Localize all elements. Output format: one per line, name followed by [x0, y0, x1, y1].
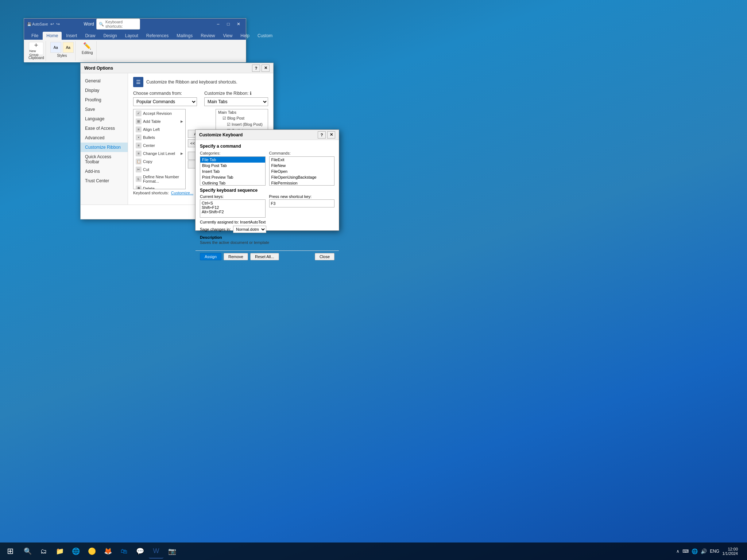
- sidebar-item-proofing[interactable]: Proofing: [81, 95, 128, 105]
- cmd-bullets[interactable]: •Bullets: [133, 133, 185, 141]
- ck-body: Specify a command Categories: File Tab B…: [196, 140, 339, 250]
- tree-blog-post[interactable]: ☑ Blog Post: [216, 115, 268, 121]
- sidebar-item-display[interactable]: Display: [81, 86, 128, 95]
- reset-all-button[interactable]: Reset All...: [250, 253, 279, 260]
- ck-remove-button[interactable]: Remove: [224, 253, 248, 260]
- search-bar[interactable]: 🔍 Keyboard shortcuts:: [96, 19, 140, 30]
- search-taskbar-icon[interactable]: 🔍: [20, 544, 35, 559]
- styles-alt-button[interactable]: Aa: [63, 42, 74, 53]
- cmd-change-list-level[interactable]: ≡Change List Level: [133, 149, 185, 158]
- ck-cat-outlining[interactable]: Outlining Tab: [200, 180, 265, 186]
- mail-taskbar-icon[interactable]: 💬: [133, 544, 147, 559]
- ck-cat-blog-post[interactable]: Blog Post Tab: [200, 163, 265, 168]
- cmd-align-left[interactable]: ≡Align Left: [133, 125, 185, 133]
- start-button[interactable]: ⊞: [3, 544, 18, 559]
- ck-cmd-filenew[interactable]: FileNew: [270, 163, 334, 168]
- edge-taskbar-icon[interactable]: 🌐: [69, 544, 83, 559]
- ck-current-keys-input[interactable]: Ctrl+S Shift+F12 Alt+Shift+F2: [200, 199, 266, 218]
- tab-help[interactable]: Help: [237, 32, 253, 40]
- camera-taskbar-icon[interactable]: 📷: [165, 544, 179, 559]
- sidebar-item-general[interactable]: General: [81, 76, 128, 86]
- sidebar-item-language[interactable]: Language: [81, 114, 128, 124]
- tab-references[interactable]: References: [143, 32, 172, 40]
- editing-icon[interactable]: ✏️: [83, 42, 91, 50]
- ck-commands-list[interactable]: FileExit FileNew FileOpen FileOpenUsingB…: [269, 156, 335, 186]
- ck-close-button[interactable]: Close: [315, 253, 334, 260]
- firefox-taskbar-icon[interactable]: 🦊: [101, 544, 115, 559]
- chrome-taskbar-icon[interactable]: 🟡: [85, 544, 99, 559]
- customize-ribbon-select[interactable]: Main Tabs: [204, 97, 268, 106]
- maximize-button[interactable]: □: [224, 20, 233, 28]
- tab-mailings[interactable]: Mailings: [173, 32, 196, 40]
- sidebar-item-ease-of-access[interactable]: Ease of Access: [81, 124, 128, 133]
- word-options-help[interactable]: ?: [252, 65, 260, 72]
- cmd-copy[interactable]: 📋Copy: [133, 158, 185, 166]
- close-button[interactable]: ✕: [234, 20, 243, 28]
- sidebar-item-trust-center[interactable]: Trust Center: [81, 176, 128, 186]
- store-taskbar-icon[interactable]: 🛍: [117, 544, 131, 559]
- cmd-define-number[interactable]: 1.Define New Number Format...: [133, 174, 185, 184]
- tab-draw[interactable]: Draw: [81, 32, 99, 40]
- sidebar-item-quick-access[interactable]: Quick Access Toolbar: [81, 152, 128, 167]
- ck-controls: ? ✕: [318, 131, 335, 139]
- cmd-center[interactable]: ≡Center: [133, 141, 185, 149]
- ck-cat-file-tab[interactable]: File Tab: [200, 157, 265, 163]
- redo-icon[interactable]: ↪: [56, 22, 60, 27]
- tab-review[interactable]: Review: [197, 32, 218, 40]
- ck-commands-label: Commands:: [269, 151, 335, 155]
- styles-button[interactable]: Aa: [50, 42, 61, 53]
- sidebar-item-customize-ribbon[interactable]: Customize Ribbon: [81, 143, 128, 152]
- ck-description-text: Saves the active document or template: [200, 240, 334, 245]
- word-taskbar-icon[interactable]: W: [149, 544, 163, 559]
- tab-home[interactable]: Home: [43, 32, 62, 40]
- ck-cmd-filepermission[interactable]: FilePermission: [270, 180, 334, 186]
- taskbar-keyboard-icon: ⌨: [682, 549, 689, 554]
- ck-categories-list[interactable]: File Tab Blog Post Tab Insert Tab Print …: [200, 156, 266, 186]
- options-description: ☰ Customize the Ribbon and keyboard shor…: [133, 77, 268, 87]
- tab-custom[interactable]: Custom: [254, 32, 276, 40]
- sidebar-item-add-ins[interactable]: Add-ins: [81, 167, 128, 176]
- ck-new-key-input[interactable]: [269, 199, 335, 207]
- cmd-accept-revision[interactable]: ✓Accept Revision: [133, 109, 185, 117]
- tab-design[interactable]: Design: [100, 32, 120, 40]
- ck-key-shift-f12: Shift+F12: [202, 205, 264, 210]
- ck-save-select[interactable]: Normal.dotm: [233, 226, 266, 233]
- new-group-button[interactable]: ＋ New Group: [29, 42, 43, 55]
- options-sidebar: General Display Proofing Save Language E…: [81, 73, 128, 205]
- file-explorer-taskbar-icon[interactable]: 📁: [53, 544, 67, 559]
- ck-save-row: Sage changes in: Normal.dotm: [200, 226, 334, 233]
- undo-icon[interactable]: ↩: [50, 22, 54, 27]
- sidebar-item-advanced[interactable]: Advanced: [81, 133, 128, 143]
- ck-close-x-button[interactable]: ✕: [327, 131, 335, 139]
- sidebar-item-save[interactable]: Save: [81, 105, 128, 114]
- ck-cat-insert[interactable]: Insert Tab: [200, 168, 265, 174]
- ck-cmd-fileopenbackstage[interactable]: FileOpenUsingBackstage: [270, 174, 334, 180]
- cmd-add-table[interactable]: ⊞Add Table: [133, 117, 185, 125]
- choose-commands-label: Choose commands from:: [133, 91, 197, 96]
- tab-insert[interactable]: Insert: [62, 32, 81, 40]
- cmd-icon-accept: ✓: [136, 110, 142, 116]
- ck-cat-print-preview[interactable]: Print Preview Tab: [200, 174, 265, 180]
- taskbar-arrow-up[interactable]: ∧: [676, 549, 680, 554]
- cmd-icon-align: ≡: [136, 127, 142, 132]
- ck-help-button[interactable]: ?: [318, 131, 326, 139]
- tab-file[interactable]: File: [28, 32, 42, 40]
- word-options-controls: ? ✕: [252, 65, 270, 72]
- customize-link[interactable]: Customize...: [171, 191, 193, 195]
- tab-view[interactable]: View: [220, 32, 236, 40]
- minimize-button[interactable]: –: [214, 20, 222, 28]
- cmd-delete[interactable]: 🗑Delete: [133, 184, 185, 189]
- tab-layout[interactable]: Layout: [121, 32, 142, 40]
- assign-button[interactable]: Assign: [200, 253, 221, 260]
- ck-cmd-fileopen[interactable]: FileOpen: [270, 168, 334, 174]
- commands-list[interactable]: ✓Accept Revision ⊞Add Table ≡Align Left …: [133, 109, 186, 189]
- task-view-icon[interactable]: 🗂: [36, 544, 51, 559]
- cmd-cut[interactable]: ✂Cut: [133, 166, 185, 174]
- word-options-close[interactable]: ✕: [262, 65, 270, 72]
- choose-commands-select[interactable]: Popular Commands: [133, 97, 197, 106]
- ck-cmd-fileexit[interactable]: FileExit: [270, 157, 334, 163]
- word-app-label: Word: [84, 22, 94, 27]
- tree-insert-blog[interactable]: ☑ Insert (Blog Post): [216, 121, 268, 128]
- ck-key-ctrl-s: Ctrl+S: [202, 201, 264, 205]
- tree-main-tabs[interactable]: Main Tabs: [216, 109, 268, 115]
